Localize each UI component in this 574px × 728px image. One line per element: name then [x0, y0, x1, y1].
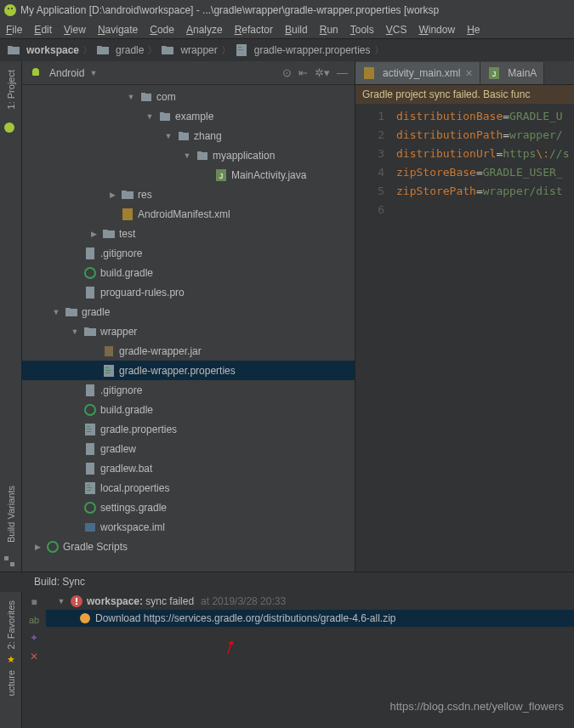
tree-node-test[interactable]: ▶test [22, 224, 355, 243]
code-line[interactable] [396, 201, 574, 219]
menu-file[interactable]: File [0, 24, 28, 36]
prop-icon [83, 481, 97, 495]
gear-icon[interactable]: ✲▾ [315, 66, 330, 79]
menu-window[interactable]: Window [412, 24, 461, 36]
svg-rect-11 [160, 113, 170, 121]
twisty-icon[interactable]: ▼ [122, 93, 139, 101]
twisty-icon[interactable]: ▶ [104, 191, 121, 199]
code-editor[interactable]: 123456 distributionBase=GRADLE_Udistribu… [355, 104, 574, 572]
line-number: 1 [355, 107, 384, 126]
tree-node-mainactivity-java[interactable]: JMainActivity.java [22, 165, 355, 185]
close-icon[interactable]: ✕ [30, 651, 38, 663]
tree-label: build.gradle [100, 267, 153, 279]
breadcrumb-gradle[interactable]: gradle [94, 43, 145, 57]
tree-node-build-gradle[interactable]: build.gradle [22, 263, 355, 282]
filter-icon[interactable]: ab [29, 615, 39, 625]
twisty-icon[interactable]: ▼ [160, 132, 177, 140]
menu-view[interactable]: View [58, 24, 92, 36]
twisty-icon[interactable]: ▼ [66, 327, 83, 336]
menu-analyze[interactable]: Analyze [180, 24, 229, 36]
dir-icon [121, 188, 134, 202]
tree-node-androidmanifest-xml[interactable]: AndroidManifest.xml [22, 204, 355, 224]
tree-node-build-gradle[interactable]: build.gradle [22, 400, 355, 419]
menu-he[interactable]: He [461, 24, 486, 36]
tree-label: gradlew.bat [100, 463, 152, 475]
android-icon [29, 66, 43, 80]
pin-icon[interactable]: ✦ [30, 632, 38, 644]
menu-edit[interactable]: Edit [28, 24, 58, 36]
code-line[interactable]: zipStoreBase=GRADLE_USER_ [396, 163, 574, 182]
menu-code[interactable]: Code [144, 24, 180, 36]
folder-icon [161, 43, 174, 57]
tree-node-gradle[interactable]: ▼gradle [22, 302, 355, 321]
tab-maina[interactable]: JMainA [480, 62, 544, 84]
menu-navigate[interactable]: Navigate [92, 24, 144, 36]
tree-node-gradlew-bat[interactable]: gradlew.bat [22, 458, 355, 478]
tree-node-com[interactable]: ▼com [22, 87, 355, 106]
twisty-icon[interactable]: ▼ [53, 597, 70, 606]
menu-refactor[interactable]: Refactor [229, 24, 279, 36]
code-line[interactable]: distributionUrl=https\://s [396, 145, 574, 163]
tree-node-gradlew[interactable]: gradlew [22, 439, 355, 458]
svg-rect-14 [179, 132, 183, 134]
chevron-right-icon: 〉 [372, 43, 386, 58]
structure-tool-button[interactable]: ucture [6, 665, 16, 702]
twisty-icon[interactable]: ▼ [48, 308, 65, 316]
menubar: FileEditViewNavigateCodeAnalyzeRefactorB… [0, 20, 574, 39]
project-view-selector[interactable]: Android ▼ [29, 66, 97, 80]
code-line[interactable]: zipStorePath=wrapper/dist [396, 182, 574, 201]
tree-node-gradle-wrapper-properties[interactable]: gradle-wrapper.properties [22, 361, 355, 380]
build-root-line[interactable]: ▼ workspace: sync failed at 2019/3/28 20… [46, 593, 574, 610]
build-variants-icon [3, 555, 16, 568]
stop-icon[interactable]: ■ [31, 596, 37, 608]
twisty-icon[interactable]: ▼ [179, 151, 196, 160]
tree-node-wrapper[interactable]: ▼wrapper [22, 321, 355, 341]
project-tree[interactable]: ▼com▼example▼zhang▼myapplicationJMainAct… [22, 85, 355, 572]
tree-node-gradle-wrapper-jar[interactable]: gradle-wrapper.jar [22, 341, 355, 361]
tree-node-zhang[interactable]: ▼zhang [22, 126, 355, 145]
svg-rect-28 [86, 384, 94, 396]
favorites-tool-button[interactable]: 2: Favorites [6, 595, 16, 654]
tree-label: res [138, 189, 152, 201]
tree-node-workspace-iml[interactable]: workspace.iml [22, 517, 355, 537]
code-line[interactable]: distributionBase=GRADLE_U [396, 107, 574, 126]
pkg-icon [139, 90, 153, 104]
tab-activity-main-xml[interactable]: activity_main.xml✕ [355, 62, 480, 84]
code-content[interactable]: distributionBase=GRADLE_UdistributionPat… [393, 104, 574, 572]
twisty-icon[interactable]: ▶ [29, 543, 46, 551]
hide-icon[interactable]: — [337, 66, 348, 79]
build-tree[interactable]: ▼ workspace: sync failed at 2019/3/28 20… [46, 591, 574, 693]
line-number: 2 [355, 126, 384, 145]
tree-node-example[interactable]: ▼example [22, 106, 355, 126]
tree-node-res[interactable]: ▶res [22, 185, 355, 204]
twisty-icon[interactable]: ▼ [141, 112, 158, 121]
dir-icon [65, 305, 78, 319]
gradle-icon [83, 403, 97, 417]
menu-vcs[interactable]: VCS [380, 24, 413, 36]
menu-tools[interactable]: Tools [344, 24, 380, 36]
code-line[interactable]: distributionPath=wrapper/ [396, 126, 574, 145]
error-icon [70, 594, 83, 608]
tree-node-gradle-scripts[interactable]: ▶Gradle Scripts [22, 537, 355, 556]
menu-build[interactable]: Build [279, 24, 314, 36]
tree-node-proguard-rules-pro[interactable]: proguard-rules.pro [22, 282, 355, 302]
tree-node--gitignore[interactable]: .gitignore [22, 380, 355, 400]
close-icon[interactable]: ✕ [465, 68, 473, 79]
tree-node-myapplication[interactable]: ▼myapplication [22, 145, 355, 165]
target-icon[interactable]: ⊙ [282, 66, 292, 79]
twisty-icon[interactable]: ▶ [85, 230, 102, 238]
menu-run[interactable]: Run [314, 24, 344, 36]
chevron-down-icon: ▼ [89, 69, 97, 77]
breadcrumb-wrapper[interactable]: wrapper [159, 43, 219, 57]
collapse-icon[interactable]: ⇤ [298, 66, 308, 79]
project-tool-button[interactable]: 1: Project [6, 61, 16, 117]
build-variants-tool-button[interactable]: Build Variants [6, 477, 16, 551]
breadcrumb-gradle-wrapper.properties[interactable]: gradle-wrapper.properties [233, 43, 372, 57]
tree-node-gradle-properties[interactable]: gradle.properties [22, 419, 355, 439]
tree-node-settings-gradle[interactable]: settings.gradle [22, 498, 355, 517]
tree-node--gitignore[interactable]: .gitignore [22, 243, 355, 263]
build-download-line[interactable]: Download https://services.gradle.org/dis… [46, 610, 574, 627]
tree-node-local-properties[interactable]: local.properties [22, 478, 355, 498]
breadcrumb-workspace[interactable]: workspace [5, 43, 81, 57]
tree-label: settings.gradle [100, 502, 167, 514]
